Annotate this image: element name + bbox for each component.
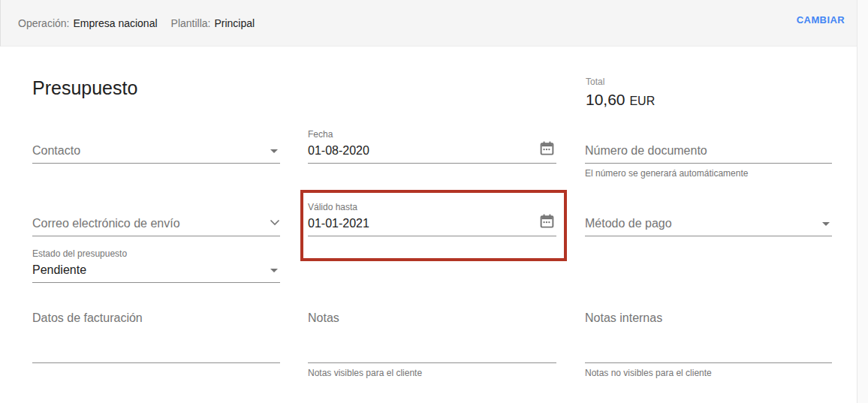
- estado-label: Estado del presupuesto: [32, 248, 127, 259]
- notas-internas-helper: Notas no visibles para el cliente: [585, 368, 712, 378]
- contacto-select[interactable]: Contacto: [32, 139, 280, 164]
- topbar: Operación: Empresa nacional Plantilla: P…: [0, 0, 868, 47]
- change-button[interactable]: CAMBIAR: [797, 14, 845, 26]
- total-amount: 10,60: [586, 91, 625, 108]
- estado-select[interactable]: Estado del presupuesto Pendiente: [32, 248, 280, 283]
- page-title: Presupuesto: [32, 77, 137, 99]
- template-value: Principal: [214, 17, 255, 29]
- notas-internas-textarea[interactable]: Notas internas: [585, 310, 832, 363]
- template-label: Plantilla:: [171, 17, 211, 29]
- notas-helper: Notas visibles para el cliente: [308, 368, 422, 378]
- numero-documento-helper: El número se generará automáticamente: [585, 168, 748, 179]
- correo-envio-label: Correo electrónico de envío: [32, 217, 180, 230]
- metodo-pago-select[interactable]: Método de pago: [585, 212, 832, 236]
- datos-facturacion-label: Datos de facturación: [32, 311, 143, 325]
- valido-hasta-label: Válido hasta: [308, 202, 357, 212]
- valido-hasta-field[interactable]: Válido hasta 01-01-2021: [308, 202, 556, 236]
- chevron-down-icon: [270, 149, 278, 153]
- total-currency: EUR: [629, 95, 655, 107]
- contacto-label: Contacto: [32, 144, 80, 158]
- fecha-label: Fecha: [308, 129, 333, 140]
- metodo-pago-label: Método de pago: [585, 217, 672, 230]
- chevron-down-icon: [270, 269, 278, 272]
- operation-label: Operación:: [18, 17, 69, 29]
- topbar-breadcrumb: Operación: Empresa nacional Plantilla: P…: [18, 0, 255, 47]
- fecha-field[interactable]: Fecha 01-08-2020: [308, 129, 556, 164]
- total-value: 10,60 EUR: [586, 91, 655, 109]
- notas-internas-label: Notas internas: [585, 311, 662, 325]
- notas-textarea[interactable]: Notas: [308, 310, 556, 363]
- chevron-down-icon: [822, 222, 830, 226]
- total-block: Total 10,60 EUR: [586, 77, 655, 109]
- scrollbar-gutter[interactable]: [857, 0, 868, 403]
- numero-documento-label: Número de documento: [585, 144, 707, 158]
- notas-label: Notas: [308, 311, 339, 325]
- numero-documento-field[interactable]: Número de documento: [585, 139, 832, 164]
- total-label: Total: [586, 77, 655, 87]
- calendar-icon[interactable]: [539, 140, 555, 159]
- fecha-value: 01-08-2020: [308, 144, 369, 158]
- chevron-down-icon: [270, 215, 280, 229]
- operation-value: Empresa nacional: [73, 17, 157, 29]
- estado-value: Pendiente: [32, 263, 86, 277]
- calendar-icon[interactable]: [539, 213, 555, 232]
- valido-hasta-value: 01-01-2021: [308, 217, 369, 230]
- correo-envio-select[interactable]: Correo electrónico de envío: [32, 212, 280, 236]
- datos-facturacion-textarea[interactable]: Datos de facturación: [32, 310, 280, 363]
